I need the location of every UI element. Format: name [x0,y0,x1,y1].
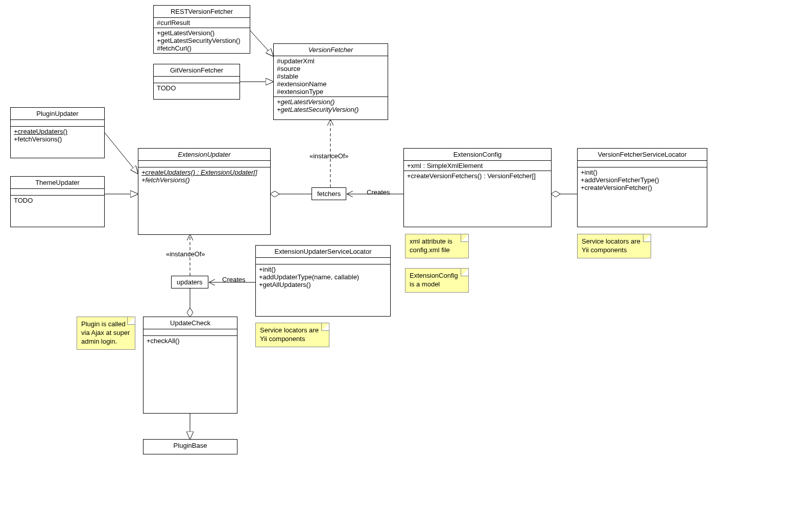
class-ops: +checkAll() [144,336,237,346]
note-service-locators-1: Service locators are Yii components [577,234,651,258]
class-plugin-base: PluginBase [143,439,237,454]
class-version-fetcher-service-locator: VersionFetcherServiceLocator +init() +ad… [577,148,707,227]
class-attrs [256,258,390,264]
connectors [0,0,812,531]
class-title: ExtensionConfig [404,149,551,161]
class-ops: TODO [11,196,104,205]
class-version-fetcher: VersionFetcher #updaterXml #source #stab… [273,43,388,120]
class-title: ThemeUpdater [11,177,104,189]
note-extension-config: ExtensionConfig is a model [405,268,469,293]
note-xml-attr: xml attribute is config.xml file [405,234,469,258]
class-title: PluginBase [144,440,237,451]
class-title: GitVersionFetcher [154,64,240,77]
class-plugin-updater: PluginUpdater +createUpdaters() +fetchVe… [10,107,105,158]
class-attrs [138,161,270,167]
class-extension-updater: ExtensionUpdater +createUpdaters() : Ext… [138,148,271,235]
class-extension-updater-service-locator: ExtensionUpdaterServiceLocator +init() +… [255,245,391,317]
box-updaters: updaters [171,276,208,288]
class-git-version-fetcher: GitVersionFetcher TODO [153,64,240,100]
class-title: VersionFetcher [274,44,388,56]
class-update-check: UpdateCheck +checkAll() [143,317,237,414]
class-rest-version-fetcher: RESTVersionFetcher #curlResult +getLates… [153,5,250,54]
box-fetchers: fetchers [312,187,346,200]
class-ops: +getLatestVersion() +getLatestSecurityVe… [274,97,388,114]
class-title: PluginUpdater [11,108,104,120]
class-attrs [578,161,707,167]
class-title: VersionFetcherServiceLocator [578,149,707,161]
class-attrs: +xml : SimpleXmlElement [404,161,551,171]
class-title: RESTVersionFetcher [154,6,250,18]
class-attrs [144,329,237,336]
class-ops: +init() +addUpdaterType(name, callable) … [256,264,390,289]
note-plugin-ajax: Plugin is called via Ajax at super admin… [77,317,135,350]
class-attrs: #curlResult [154,18,250,28]
class-title: UpdateCheck [144,317,237,329]
class-attrs: #updaterXml #source #stable #extensionNa… [274,56,388,97]
svg-line-0 [250,31,273,56]
class-attrs [154,77,240,83]
label-instanceof-1: «instanceOf» [309,152,349,160]
class-extension-config: ExtensionConfig +xml : SimpleXmlElement … [403,148,552,227]
class-ops: TODO [154,83,240,93]
class-ops: +init() +addVersionFetcherType() +create… [578,167,707,192]
label-creates-1: Creates [367,188,390,196]
class-attrs [11,189,104,196]
class-title: ExtensionUpdaterServiceLocator [256,246,390,258]
label-creates-2: Creates [222,276,246,283]
class-ops: +createVersionFetchers() : VersionFetche… [404,171,551,181]
svg-line-2 [105,133,138,174]
class-attrs [11,120,104,127]
class-title: ExtensionUpdater [138,149,270,161]
label-instanceof-2: «instanceOf» [166,250,205,258]
class-theme-updater: ThemeUpdater TODO [10,176,105,227]
class-ops: +createUpdaters() : ExtensionUpdater[] +… [138,167,270,185]
class-ops: +createUpdaters() +fetchVersions() [11,127,104,144]
note-service-locators-2: Service locators are Yii components [255,323,329,347]
class-ops: +getLatestVersion() +getLatestSecurityVe… [154,28,250,53]
